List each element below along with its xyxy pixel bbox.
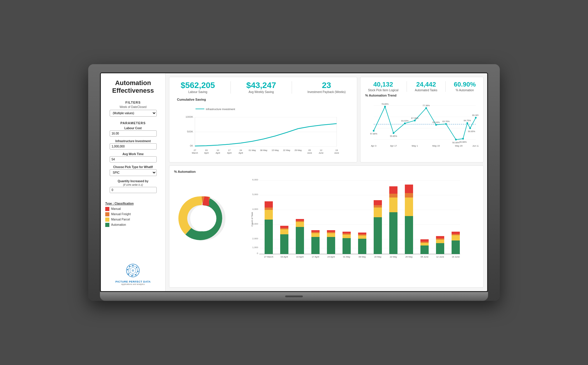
labour-saving-label: Labour Saving — [181, 90, 215, 94]
svg-text:15 May: 15 May — [374, 256, 382, 258]
bar-parcel-3 — [296, 222, 304, 227]
bar-parcel-6 — [343, 235, 351, 238]
params-label: PARAMETERS — [120, 121, 146, 125]
svg-point-11 — [133, 266, 133, 267]
manual-label: Manual — [111, 207, 121, 210]
svg-text:24: 24 — [240, 149, 242, 152]
svg-text:Count of Task: Count of Task — [251, 212, 253, 227]
svg-text:22 May: 22 May — [390, 256, 397, 258]
logo-area: PICTURE PERFECT DATA applications and an… — [115, 257, 151, 285]
bar-auto-3 — [296, 227, 304, 254]
svg-point-5 — [137, 271, 138, 272]
svg-text:77.38%: 77.38% — [422, 104, 430, 107]
trend-chart-area: % Automation Trend — [365, 94, 479, 152]
labour-cost-label: Labour Cost — [124, 127, 142, 130]
bar-parcel-1 — [265, 210, 273, 220]
svg-text:6,000: 6,000 — [252, 178, 258, 181]
svg-text:June: June — [307, 152, 312, 154]
bar-manual-10 — [405, 185, 413, 193]
avg-work-input[interactable] — [110, 156, 157, 162]
svg-text:2,000: 2,000 — [252, 237, 258, 240]
dashboard-title: Automation Effectiveness — [105, 79, 161, 95]
svg-point-62 — [455, 139, 457, 140]
bar-parcel-9 — [389, 198, 397, 212]
qty-input[interactable] — [110, 187, 157, 193]
svg-text:63.76%: 63.76% — [442, 120, 450, 123]
right-kpi-numbers: 40,132 Stock Pick Item Logical 24,442 Au… — [365, 81, 479, 92]
bar-auto-11 — [420, 245, 429, 254]
infra-input[interactable] — [110, 143, 157, 150]
svg-point-64 — [467, 122, 468, 124]
divider-2 — [292, 81, 292, 94]
svg-text:10 April: 10 April — [296, 256, 303, 258]
bar-freight-5 — [327, 232, 335, 233]
svg-point-57 — [404, 122, 406, 124]
svg-text:0K: 0K — [190, 144, 193, 147]
bar-freight-1 — [265, 208, 273, 210]
svg-text:April: April — [227, 152, 231, 154]
svg-text:67.36%: 67.36% — [411, 117, 419, 120]
svg-text:17 April: 17 April — [312, 256, 319, 258]
pick-type-select[interactable]: SPIC — [110, 169, 157, 176]
logo-icon — [126, 263, 140, 278]
svg-text:78.89%: 78.89% — [381, 103, 389, 105]
bar-manual-13 — [452, 232, 460, 234]
svg-text:12: 12 — [320, 149, 322, 152]
svg-point-54 — [373, 130, 375, 132]
trend-chart-title: % Automation Trend — [365, 94, 479, 97]
svg-text:15 May: 15 May — [272, 149, 279, 152]
legend-automation: Automation — [105, 223, 161, 227]
bar-chart-svg: 6,000 5,000 4,000 3,000 2,000 1,000 0 Co… — [233, 175, 479, 261]
legend-manual: Manual — [105, 207, 161, 211]
svg-text:03: 03 — [205, 149, 208, 152]
freight-label: Manual Freight — [111, 213, 131, 216]
cumulative-chart-svg: Infrastructure Investment 1000K 500K 0K — [177, 103, 349, 155]
svg-text:57.86%: 57.86% — [370, 132, 377, 135]
qty-label: Quantity Increased by — [118, 180, 148, 183]
bar-manual-2 — [280, 226, 288, 228]
bar-auto-7 — [358, 239, 366, 254]
pct-automation-kpi: 60.90% % Automation — [454, 81, 476, 92]
cumulative-chart-title: Cumulative Saving — [177, 98, 349, 101]
bar-freight-6 — [343, 233, 351, 235]
svg-text:Apr 17: Apr 17 — [390, 145, 397, 147]
svg-text:June: June — [334, 152, 339, 154]
labour-cost-input[interactable] — [110, 130, 157, 137]
svg-point-59 — [425, 107, 427, 109]
bar-parcel-7 — [358, 235, 366, 239]
bottom-chart-container: 6,000 5,000 4,000 3,000 2,000 1,000 0 Co… — [174, 175, 479, 262]
bar-auto-4 — [311, 237, 320, 254]
svg-point-3 — [132, 265, 133, 266]
svg-point-4 — [136, 267, 137, 268]
bar-auto-1 — [265, 220, 273, 254]
svg-text:12 June: 12 June — [436, 256, 444, 258]
bar-freight-12 — [436, 238, 444, 240]
svg-text:10: 10 — [217, 149, 219, 152]
svg-text:63.04%: 63.04% — [432, 121, 440, 124]
left-kpi-card: $562,205 Labour Saving $43,247 Avg Weekl… — [169, 77, 357, 162]
bar-parcel-4 — [311, 233, 320, 237]
svg-point-16 — [129, 268, 130, 269]
legend-title: Type : Classification — [105, 202, 161, 205]
laptop-base — [100, 292, 488, 301]
parcel-label: Manual Parcel — [111, 218, 130, 221]
svg-point-6 — [135, 274, 136, 276]
qty-sublabel: (if 10% write 0.1) — [123, 183, 143, 186]
week-select[interactable]: (Multiple values) — [110, 110, 157, 117]
bar-freight-10 — [405, 193, 413, 198]
weekly-saving-value: $43,247 — [246, 81, 276, 89]
bar-parcel-12 — [436, 240, 444, 243]
svg-text:1000K: 1000K — [186, 115, 193, 118]
svg-point-14 — [133, 274, 133, 275]
divider-3 — [407, 81, 407, 92]
stock-pick-value: 40,132 — [368, 81, 398, 88]
main-content: $562,205 Labour Saving $43,247 Avg Weekl… — [166, 73, 487, 291]
svg-text:01 May: 01 May — [343, 256, 350, 258]
svg-point-8 — [128, 273, 129, 275]
svg-point-63 — [462, 138, 464, 140]
payback-label: Investment Payback (Weeks) — [308, 90, 346, 94]
bottom-card: % Automation — [169, 165, 484, 288]
logo-name: PICTURE PERFECT DATA — [115, 280, 151, 283]
bar-manual-1 — [265, 201, 273, 208]
bar-auto-6 — [343, 238, 351, 254]
